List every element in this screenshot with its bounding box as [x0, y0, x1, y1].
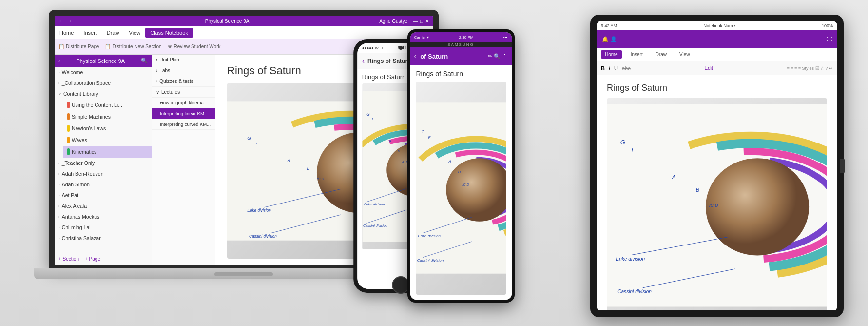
section-how-to-graph[interactable]: How to graph kinema...	[152, 98, 215, 108]
sidebar-item-alex-alcala[interactable]: › Alex Alcala	[55, 201, 152, 211]
svg-text:G: G	[421, 129, 424, 134]
sidebar-item-aet-pat[interactable]: › Aet Pat	[55, 190, 152, 201]
tablet-titlebar: 🔔 👤 ⛶	[597, 30, 837, 48]
chevron-icon: ›	[58, 193, 60, 198]
android-toolbar-icons: ✏ 🔍 ⋮	[488, 53, 507, 60]
tablet-underline-btn[interactable]: U	[614, 65, 618, 71]
menu-view[interactable]: View	[124, 30, 146, 36]
chevron-icon: ›	[58, 70, 60, 75]
svg-text:Cassini division: Cassini division	[417, 258, 444, 263]
window-maximize[interactable]: □	[420, 19, 423, 24]
add-section-btn[interactable]: + Section	[58, 256, 79, 262]
ios-back-btn[interactable]: ‹	[362, 57, 365, 65]
svg-text:G: G	[620, 139, 625, 146]
sidebar-notebook-title: Physical Science 9A	[77, 58, 125, 64]
window-minimize[interactable]: —	[413, 19, 418, 24]
sidebar-bottom: + Section + Page	[55, 253, 152, 265]
sidebar-item-newtons-laws[interactable]: Newton's Laws	[63, 122, 152, 134]
sidebar-teacher-label: _Teacher Only	[62, 160, 95, 166]
sidebar-sub-items: Using the Content Li... Simple Machines …	[55, 99, 152, 158]
svg-text:/C D: /C D	[462, 183, 469, 186]
menu-class-notebook[interactable]: Class Notebook	[145, 28, 193, 38]
android-phone: Carrier ▾ 2:30 PM ▪▪▪ SAMSUNG ‹ of Satur…	[407, 29, 515, 303]
svg-text:Enke division: Enke division	[418, 234, 441, 238]
distribute-page-btn[interactable]: 📋 Distribute Page	[58, 44, 99, 49]
add-page-btn[interactable]: + Page	[85, 256, 100, 262]
sidebar-item-using-content[interactable]: Using the Content Li...	[63, 99, 152, 111]
menu-home[interactable]: Home	[55, 30, 78, 36]
nav-back-icon[interactable]: ←	[58, 18, 64, 24]
distribute-section-btn[interactable]: 📋 Distribute New Section	[105, 44, 161, 49]
svg-text:F: F	[372, 117, 374, 121]
section-lectures[interactable]: ∨ Lectures	[152, 87, 215, 98]
chevron-icon: ›	[58, 161, 60, 165]
menu-draw[interactable]: Draw	[102, 30, 124, 36]
chevron-icon: ›	[156, 79, 157, 84]
tablet-main-content: Rings of Saturn	[597, 75, 837, 310]
tablet: 9:42 AM Notebook Name 100% 🔔 👤 ⛶ Home In…	[590, 15, 844, 317]
section-interp-linear[interactable]: Interpreting linear KM...	[152, 108, 215, 119]
tablet-toolbar-icons-right: ≡ ≡ ≡ ≡ Styles ☑ ☆ ? ↩	[787, 66, 833, 71]
laptop-sections-panel: › Unit Plan › Labs › Quizzes & tests	[152, 55, 215, 265]
tablet-bold-btn[interactable]: B	[601, 65, 605, 71]
menu-insert[interactable]: Insert	[78, 30, 102, 36]
sidebar-item-collaboration[interactable]: › _Collaboration Space	[55, 78, 152, 88]
sidebar-newtons-laws-label: Newton's Laws	[72, 125, 106, 131]
sidebar-item-welcome[interactable]: › Welcome	[55, 67, 152, 78]
section-interp-curved[interactable]: Interpreting curved KM...	[152, 119, 215, 130]
section-quizzes[interactable]: › Quizzes & tests	[152, 76, 215, 87]
chevron-icon: ∨	[156, 89, 159, 95]
samsung-label: SAMSUNG	[410, 42, 512, 47]
tablet-title-icons: 🔔 👤	[602, 36, 823, 42]
sidebar-item-adah-simon[interactable]: › Adah Simon	[55, 179, 152, 190]
svg-text:Cassini division: Cassini division	[617, 289, 652, 294]
tab-menu-home[interactable]: Home	[601, 50, 622, 59]
tablet-time: 9:42 AM	[601, 23, 617, 28]
svg-text:Enke division: Enke division	[247, 208, 271, 213]
svg-text:B: B	[397, 149, 400, 153]
laptop-titlebar-title: Physical Science 9A	[75, 19, 379, 24]
android-phone-body: Carrier ▾ 2:30 PM ▪▪▪ SAMSUNG ‹ of Satur…	[407, 29, 515, 303]
sidebar-item-christina[interactable]: › Christina Salazar	[55, 233, 152, 244]
sidebar-item-chiming[interactable]: › Chi-ming Lai	[55, 222, 152, 233]
sidebar-item-adah-ben[interactable]: › Adah Ben-Reuven	[55, 168, 152, 179]
svg-text:A: A	[672, 174, 675, 180]
section-interp-curved-label: Interpreting curved KM...	[160, 122, 211, 127]
sidebar-item-kinematics[interactable]: Kinematics	[63, 146, 152, 158]
svg-text:Enke division: Enke division	[616, 256, 645, 262]
tablet-home-button[interactable]	[840, 159, 845, 173]
sidebar-item-waves[interactable]: Waves	[63, 134, 152, 146]
android-statusbar: Carrier ▾ 2:30 PM ▪▪▪	[410, 32, 512, 42]
sidebar-collapse-icon[interactable]: ‹	[58, 58, 60, 64]
tablet-fullscreen-icon[interactable]: ⛶	[827, 36, 832, 42]
review-student-btn[interactable]: 👁 Review Student Work	[168, 44, 221, 49]
tablet-italic-btn[interactable]: I	[609, 65, 610, 71]
sidebar-item-content-library[interactable]: ∨ Content Library	[55, 88, 152, 99]
sidebar-kinematics-label: Kinematics	[72, 149, 96, 155]
tab-menu-draw[interactable]: Draw	[652, 50, 671, 59]
sidebar-adah-ben-label: Adah Ben-Reuven	[62, 171, 104, 177]
tab-menu-view[interactable]: View	[675, 50, 694, 59]
android-page-title-text: Rings of Saturn	[416, 70, 506, 78]
sidebar-search-icon[interactable]: 🔍	[141, 58, 148, 64]
android-content: Rings of Saturn	[410, 65, 512, 300]
window-close[interactable]: ✕	[425, 19, 429, 24]
section-quizzes-label: Quizzes & tests	[159, 79, 193, 84]
sidebar-chiming-label: Chi-ming Lai	[62, 224, 91, 230]
sidebar-waves-label: Waves	[72, 137, 87, 143]
svg-text:Enke division: Enke division	[364, 202, 385, 206]
section-unit-plan[interactable]: › Unit Plan	[152, 55, 215, 65]
sidebar-item-teacher-only[interactable]: › _Teacher Only	[55, 158, 152, 168]
tab-menu-insert[interactable]: Insert	[627, 50, 647, 59]
tablet-strikethrough-btn[interactable]: abc	[622, 65, 631, 71]
sidebar-item-simple-machines[interactable]: Simple Machines	[63, 111, 152, 122]
tablet-onenote-app: 9:42 AM Notebook Name 100% 🔔 👤 ⛶ Home In…	[597, 21, 837, 310]
nav-forward-icon[interactable]: →	[66, 18, 72, 24]
android-back-btn[interactable]: ‹	[414, 52, 417, 60]
section-labs[interactable]: › Labs	[152, 65, 215, 76]
sidebar-item-antanas[interactable]: › Antanas Mockus	[55, 211, 152, 222]
sidebar-antanas-label: Antanas Mockus	[62, 214, 100, 220]
svg-text:B: B	[307, 166, 310, 171]
chevron-icon: ›	[58, 236, 60, 241]
chevron-icon: ›	[156, 57, 157, 62]
